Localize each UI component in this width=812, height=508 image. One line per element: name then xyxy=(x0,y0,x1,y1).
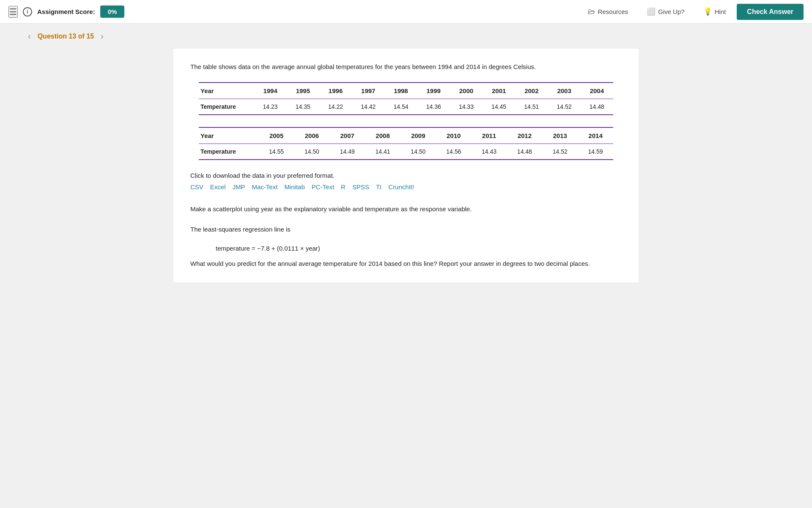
table2-col-2011: 2011 xyxy=(472,127,507,144)
score-badge: 0% xyxy=(100,6,125,18)
table1-col-1996: 1996 xyxy=(319,83,352,99)
table1-temp-2000: 14.33 xyxy=(450,99,483,115)
assignment-score-label: Assignment Score: xyxy=(37,8,95,15)
resources-button[interactable]: 🗁 Resources xyxy=(580,4,636,19)
main-content: The table shows data on the average annu… xyxy=(0,49,812,299)
question-nav: ‹ Question 13 of 15 › xyxy=(0,24,812,49)
table1-col-year: Year xyxy=(199,83,254,99)
download-mac-text[interactable]: Mac-Text xyxy=(252,183,278,190)
table1-temp-1996: 14.22 xyxy=(319,99,352,115)
table1-col-1997: 1997 xyxy=(352,83,384,99)
table1-temp-2001: 14.45 xyxy=(483,99,515,115)
header-left: ☰ i Assignment Score: 0% xyxy=(8,6,573,18)
regression-intro: The least-squares regression line is xyxy=(190,224,622,235)
data-table-2: Year 2005 2006 2007 2008 2009 2010 2011 … xyxy=(199,127,613,160)
table1-wrapper: Year 1994 1995 1996 1997 1998 1999 2000 … xyxy=(190,82,622,115)
table2-col-2012: 2012 xyxy=(507,127,542,144)
table2-temp-2006: 14.50 xyxy=(294,144,329,160)
download-r[interactable]: R xyxy=(341,183,346,190)
download-crunchit[interactable]: CrunchIt! xyxy=(388,183,414,190)
table1-temp-1998: 14.54 xyxy=(384,99,417,115)
info-icon-button[interactable]: i xyxy=(23,7,32,17)
table2-data-row: Temperature 14.55 14.50 14.49 14.41 14.5… xyxy=(199,144,613,160)
hint-icon: 💡 xyxy=(703,7,712,16)
table2-col-2009: 2009 xyxy=(401,127,436,144)
table2-col-2010: 2010 xyxy=(436,127,472,144)
table1-label-temp: Temperature xyxy=(199,99,254,115)
table1-temp-1995: 14.35 xyxy=(287,99,319,115)
table1-col-1998: 1998 xyxy=(384,83,417,99)
table1-col-2000: 2000 xyxy=(450,83,483,99)
table1-col-1994: 1994 xyxy=(254,83,287,99)
intro-text: The table shows data on the average annu… xyxy=(190,62,622,72)
header: ☰ i Assignment Score: 0% 🗁 Resources ⬜ G… xyxy=(0,0,812,24)
give-up-icon: ⬜ xyxy=(647,7,656,16)
download-minitab[interactable]: Minitab xyxy=(284,183,304,190)
table1-col-2002: 2002 xyxy=(515,83,548,99)
hamburger-button[interactable]: ☰ xyxy=(8,6,18,18)
question-card: The table shows data on the average annu… xyxy=(173,49,639,282)
table1-temp-2003: 14.52 xyxy=(548,99,580,115)
header-nav: 🗁 Resources ⬜ Give Up? 💡 Hint Check Answ… xyxy=(580,4,804,20)
table2-temp-2010: 14.56 xyxy=(436,144,472,160)
table1-col-1999: 1999 xyxy=(417,83,450,99)
table2-temp-2008: 14.41 xyxy=(365,144,401,160)
hint-button[interactable]: 💡 Hint xyxy=(696,4,734,19)
download-pc-text[interactable]: PC-Text xyxy=(312,183,334,190)
download-text: Click to download the data in your prefe… xyxy=(190,172,622,179)
table1-data-row: Temperature 14.23 14.35 14.22 14.42 14.5… xyxy=(199,99,613,115)
table1-header-row: Year 1994 1995 1996 1997 1998 1999 2000 … xyxy=(199,83,613,99)
hint-label: Hint xyxy=(715,8,726,15)
table1-col-2003: 2003 xyxy=(548,83,580,99)
table2-col-2007: 2007 xyxy=(329,127,365,144)
table1-temp-2004: 14.48 xyxy=(581,99,613,115)
check-answer-button[interactable]: Check Answer xyxy=(737,4,804,20)
table2-temp-2005: 14.55 xyxy=(259,144,294,160)
table1-col-1995: 1995 xyxy=(287,83,319,99)
give-up-button[interactable]: ⬜ Give Up? xyxy=(639,4,692,19)
table1-col-2001: 2001 xyxy=(483,83,515,99)
download-ti[interactable]: TI xyxy=(376,183,381,190)
download-jmp[interactable]: JMP xyxy=(233,183,245,190)
data-table-1: Year 1994 1995 1996 1997 1998 1999 2000 … xyxy=(199,82,613,115)
table2-col-2014: 2014 xyxy=(578,127,613,144)
question-text: What would you predict for the annual av… xyxy=(190,259,622,269)
table2-header-row: Year 2005 2006 2007 2008 2009 2010 2011 … xyxy=(199,127,613,144)
table2-wrapper: Year 2005 2006 2007 2008 2009 2010 2011 … xyxy=(190,127,622,160)
scatterplot-instruction: Make a scatterplot using year as the exp… xyxy=(190,204,622,214)
table2-col-year: Year xyxy=(199,127,259,144)
table2-col-2013: 2013 xyxy=(542,127,578,144)
give-up-label: Give Up? xyxy=(658,8,685,15)
table2-temp-2009: 14.50 xyxy=(401,144,436,160)
table2-temp-2012: 14.48 xyxy=(507,144,542,160)
download-links-container: CSV Excel JMP Mac-Text Minitab PC-Text R… xyxy=(190,183,622,190)
resources-label: Resources xyxy=(598,8,628,15)
table2-temp-2013: 14.52 xyxy=(542,144,578,160)
table2-temp-2011: 14.43 xyxy=(472,144,507,160)
table1-temp-1999: 14.36 xyxy=(417,99,450,115)
question-label: Question 13 of 15 xyxy=(38,33,94,40)
table1-temp-2002: 14.51 xyxy=(515,99,548,115)
folder-icon: 🗁 xyxy=(588,8,595,16)
table1-col-2004: 2004 xyxy=(581,83,613,99)
next-question-button[interactable]: › xyxy=(98,30,106,42)
table2-temp-2007: 14.49 xyxy=(329,144,365,160)
download-spss[interactable]: SPSS xyxy=(352,183,369,190)
table2-label-temp: Temperature xyxy=(199,144,259,160)
download-csv[interactable]: CSV xyxy=(190,183,203,190)
table2-col-2005: 2005 xyxy=(259,127,294,144)
table2-temp-2014: 14.59 xyxy=(578,144,613,160)
prev-question-button[interactable]: ‹ xyxy=(25,30,33,42)
table2-col-2006: 2006 xyxy=(294,127,329,144)
table2-col-2008: 2008 xyxy=(365,127,401,144)
download-excel[interactable]: Excel xyxy=(210,183,226,190)
table1-temp-1997: 14.42 xyxy=(352,99,384,115)
table1-temp-1994: 14.23 xyxy=(254,99,287,115)
equation-block: temperature = −7.8 + (0.0111 × year) xyxy=(216,245,622,252)
